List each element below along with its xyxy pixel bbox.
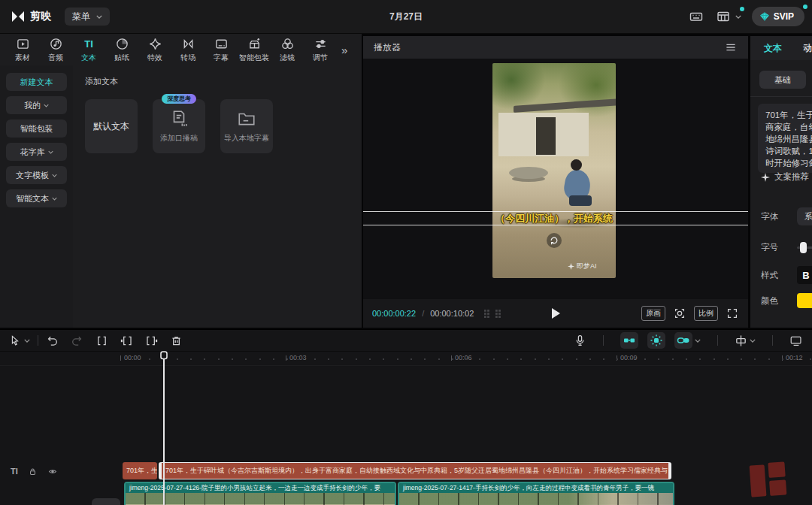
tab-sticker[interactable]: 贴纸 (105, 37, 138, 63)
subtab-basic[interactable]: 基础 (759, 71, 806, 89)
font-size-slider[interactable] (797, 246, 812, 249)
sidebar-item-smart-package[interactable]: 智能包装 (6, 119, 67, 138)
sidebar-item-smart-text[interactable]: 智能文本 (6, 189, 67, 207)
text-clip-selected[interactable]: 701年，生于碎叶城（今吉尔吉斯斯坦境内），出身于富商家庭，自幼接触西域文化与中… (159, 462, 671, 479)
style-row: 样式 B (761, 266, 812, 284)
duration: 00:00:10:02 (430, 309, 474, 318)
text-clip[interactable]: 701年，生 (123, 462, 157, 479)
text-color-swatch[interactable] (797, 293, 812, 308)
text-content-input[interactable]: 701年，生于碎叶城 商家庭，自幼接触西 地绵州昌隆县（今四 诗词歌赋，15岁 … (758, 104, 812, 173)
tab-audio[interactable]: 音频 (39, 37, 72, 63)
media-panel: 素材 音频 TI 文本 贴纸 特效 转场 (0, 34, 362, 328)
menu-button[interactable]: 菜单 (65, 8, 110, 26)
grid-view-icon[interactable] (484, 310, 492, 318)
undo-button[interactable] (46, 334, 59, 347)
font-size-row: 字号 (761, 242, 812, 253)
current-time: 00:00:00:22 (372, 309, 416, 318)
tab-text[interactable]: TI 文本 (72, 37, 105, 63)
lock-icon[interactable] (28, 467, 38, 476)
shortcut-keyboard-icon[interactable] (688, 9, 704, 24)
voiceover-script-card[interactable]: 深度思考 添加口播稿 (153, 99, 205, 153)
divider (717, 335, 718, 346)
chevron-down-icon (735, 15, 741, 19)
import-subtitles-card[interactable]: 导入本地字幕 (220, 99, 273, 153)
svip-button[interactable]: SVIP (752, 7, 804, 26)
text-icon: TI (84, 37, 93, 51)
deep-think-badge: 深度思考 (162, 94, 196, 104)
sidebar-item-mine[interactable]: 我的 (6, 96, 67, 114)
player-menu-icon[interactable] (724, 41, 738, 53)
auto-snap-toggle[interactable] (647, 332, 665, 349)
minor-ticks (135, 358, 812, 360)
record-voiceover-button[interactable] (574, 334, 586, 347)
media-tab-bar: 素材 音频 TI 文本 贴纸 特效 转场 (0, 34, 362, 66)
tab-adjust[interactable]: 调节 (304, 37, 337, 63)
delete-left-button[interactable] (120, 334, 133, 347)
child-figure-head (571, 159, 582, 171)
diamond-icon (759, 12, 770, 21)
playhead[interactable] (160, 351, 168, 505)
divider (772, 335, 773, 346)
chevron-down-icon (52, 174, 57, 177)
sidebar-item-fancy-text[interactable]: 花字库 (6, 143, 67, 161)
font-select[interactable]: 系统 (797, 207, 812, 225)
export-layout-icon[interactable] (715, 9, 741, 24)
ruler-tick: 00:00 (120, 354, 141, 361)
child-figure-leg (569, 195, 592, 206)
effects-star-icon (148, 37, 162, 51)
foliage-decor (559, 63, 616, 117)
eye-icon[interactable] (47, 467, 58, 476)
fit-timeline-button[interactable] (789, 334, 803, 347)
playhead-line (163, 358, 165, 505)
sidebar-item-text-template[interactable]: 文字模板 (6, 166, 67, 184)
copy-recommend-row[interactable]: 文案推荐 (761, 171, 812, 183)
video-clip-thumbnails (399, 493, 673, 505)
original-quality-button[interactable]: 原画 (641, 306, 665, 321)
cover-button[interactable]: 封面 (92, 498, 120, 505)
split-clip-button[interactable] (95, 334, 108, 347)
sidebar-item-new-text[interactable]: 新建文本 (6, 73, 67, 91)
app-name: 剪映 (30, 10, 51, 23)
chevron-down-icon (96, 15, 102, 19)
more-tabs-button[interactable]: » (341, 44, 347, 56)
player-viewport: （今四川江油），开始系统 即梦AI (363, 59, 748, 299)
notification-dot (740, 7, 744, 11)
transition-icon (181, 37, 195, 51)
subtitle-text-overlay[interactable]: （今四川江油），开始系统 (453, 212, 655, 225)
select-tool-button[interactable] (9, 334, 30, 346)
fullscreen-icon[interactable] (726, 307, 739, 320)
focus-zoom-icon[interactable] (673, 307, 686, 320)
delete-right-button[interactable] (145, 334, 158, 347)
grid-view-icon[interactable] (495, 310, 504, 318)
play-button[interactable] (550, 307, 561, 319)
bold-button[interactable]: B (797, 266, 812, 284)
preview-axis-toggle[interactable] (735, 334, 756, 347)
tab-inspector-animation[interactable]: 动画 (803, 42, 812, 55)
video-clip[interactable]: jimeng-2025-07-27-1417-手持长剑的少年，向左走的过程中变成… (398, 482, 674, 505)
ruler-tick: 00:12 (782, 354, 803, 361)
main-track-magnet-toggle[interactable] (620, 332, 638, 349)
divider (38, 335, 38, 346)
smart-package-icon (247, 37, 262, 51)
redo-button[interactable] (71, 334, 83, 347)
slider-knob[interactable] (800, 242, 807, 253)
tab-filter[interactable]: 滤镜 (271, 37, 304, 63)
tab-media[interactable]: 素材 (6, 37, 39, 63)
add-text-section: 添加文本 默认文本 深度思考 添加口播稿 导入本地字幕 (73, 65, 362, 328)
chevron-down-icon (48, 150, 53, 154)
tab-smart-package[interactable]: 智能包装 (238, 37, 271, 63)
linkage-toggle[interactable] (674, 332, 701, 349)
ratio-button[interactable]: 比例 (694, 306, 718, 321)
rotate-handle-icon[interactable] (547, 233, 562, 248)
tab-transition[interactable]: 转场 (171, 37, 205, 63)
timeline-tracks: TI S 封面 701年，生 701年，生于碎叶城（今吉尔吉斯斯坦境内），出身于… (0, 366, 812, 505)
tab-effects[interactable]: 特效 (138, 37, 171, 63)
default-text-card[interactable]: 默认文本 (85, 99, 138, 153)
tab-captions[interactable]: 字幕 (205, 37, 238, 63)
delete-button[interactable] (170, 334, 183, 347)
video-track-header: S (11, 500, 96, 505)
timeline-ruler[interactable]: 00:00 00:03 00:06 00:09 00:12 (0, 352, 812, 366)
tab-inspector-text[interactable]: 文本 (764, 42, 782, 55)
door-decor (536, 117, 556, 155)
text-track-header: TI (11, 463, 58, 479)
